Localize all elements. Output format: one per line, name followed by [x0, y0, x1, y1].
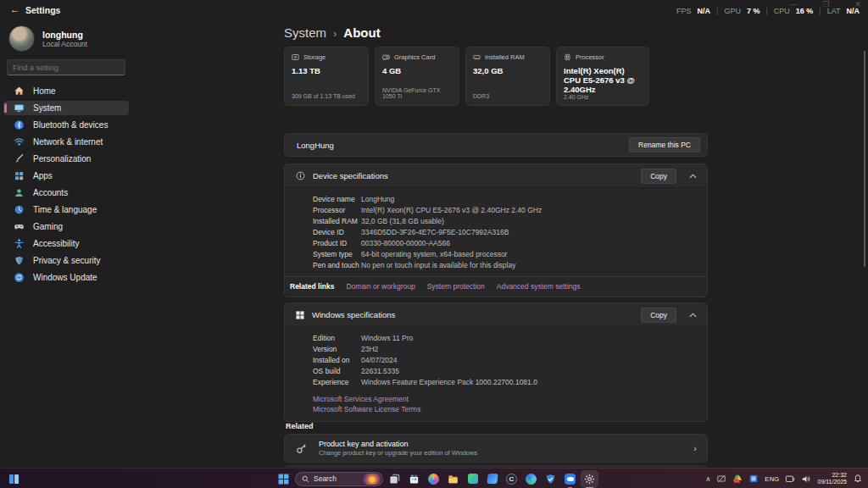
spec-value: 3346D5DD-3F26-4E7C-9F5E-10C7992A316B — [361, 227, 509, 238]
sidebar-item-bluetooth-devices[interactable]: Bluetooth & devices — [3, 118, 129, 132]
rename-pc-button[interactable]: Rename this PC — [629, 137, 700, 152]
sidebar-item-privacy-security[interactable]: Privacy & security — [3, 253, 129, 268]
sidebar-item-personalization[interactable]: Personalization — [3, 152, 129, 166]
gear-icon — [584, 474, 595, 485]
product-key-subtitle: Change product key or upgrade your editi… — [319, 449, 477, 457]
c-app-button[interactable]: C — [504, 471, 520, 487]
card-sub: DDR3 — [473, 93, 542, 99]
accessibility-icon — [14, 238, 25, 249]
drive-sync-icon[interactable] — [732, 474, 743, 484]
chevron-up-icon[interactable] — [689, 174, 697, 179]
taskbar-search-label: Search — [314, 474, 358, 483]
user-name: longhung — [42, 30, 87, 40]
file-explorer-icon — [448, 474, 459, 485]
back-button[interactable]: ← — [10, 4, 19, 14]
cpu-icon — [564, 53, 571, 61]
product-key-row[interactable]: Product key and activation Change produc… — [284, 434, 708, 463]
spec-label: OS build — [313, 366, 361, 377]
storage-icon — [292, 53, 299, 61]
touch-keyboard-icon[interactable] — [785, 474, 795, 484]
sidebar-item-accessibility[interactable]: Accessibility — [3, 236, 129, 251]
taskbar-center: Search C — [275, 469, 598, 488]
windows-specs-header[interactable]: Windows specifications Copy — [285, 303, 707, 327]
spec-value: Windows 11 Pro — [361, 333, 413, 344]
spec-value: Intel(R) Xeon(R) CPU E5-2676 v3 @ 2.40GH… — [361, 205, 542, 216]
sidebar-item-windows-update[interactable]: Windows Update — [3, 270, 129, 285]
windows-specs-links: Microsoft Services Agreement Microsoft S… — [285, 393, 707, 421]
sidebar-item-home[interactable]: Home — [3, 84, 129, 98]
spec-label: Product ID — [313, 238, 361, 249]
settings-search[interactable] — [7, 59, 125, 75]
link-domain-or-workgroup[interactable]: Domain or workgroup — [346, 282, 415, 291]
security-shield-button[interactable] — [542, 471, 559, 487]
link-license-terms[interactable]: Microsoft Software License Terms — [313, 405, 707, 414]
taskbar-search[interactable]: Search — [295, 472, 383, 486]
volume-icon[interactable] — [801, 474, 811, 484]
c-app-icon: C — [506, 474, 517, 485]
tray-chevron-icon[interactable]: ∧ — [705, 475, 710, 483]
copy-device-specs-button[interactable]: Copy — [641, 169, 676, 184]
perf-separator: | — [716, 7, 718, 15]
widgets-button[interactable] — [8, 473, 19, 488]
fps-label: FPS — [676, 7, 692, 15]
sidebar: longhung Local Account Home System Bluet… — [0, 21, 132, 468]
spec-value: No pen or touch input is available for t… — [361, 260, 515, 271]
related-links-row: Related links Domain or workgroup System… — [285, 276, 707, 297]
card-value: 1.13 TB — [292, 66, 361, 75]
clock[interactable]: 22:32 09/11/2025 — [817, 472, 847, 485]
account-type: Local Account — [42, 40, 87, 48]
lat-label: LAT — [827, 7, 841, 15]
bluestacks-icon — [468, 474, 478, 484]
zalo-button[interactable] — [562, 471, 578, 487]
copilot-button[interactable] — [426, 471, 442, 487]
notification-bell-icon[interactable] — [853, 474, 863, 484]
windows-logo-icon — [296, 311, 304, 319]
sidebar-item-label: Apps — [33, 171, 53, 180]
task-view-button[interactable] — [387, 471, 403, 487]
sidebar-item-time-language[interactable]: Time & language — [3, 202, 129, 217]
language-indicator[interactable]: ENG — [765, 475, 779, 483]
brush-icon — [14, 153, 25, 164]
sidebar-item-label: Time & language — [33, 205, 97, 214]
search-input[interactable] — [8, 64, 117, 72]
microsoft-store-button[interactable] — [406, 471, 422, 487]
scrollbar[interactable] — [864, 51, 865, 267]
link-advanced-system-settings[interactable]: Advanced system settings — [497, 282, 581, 291]
copy-windows-specs-button[interactable]: Copy — [641, 308, 676, 323]
sidebar-item-network-internet[interactable]: Network & internet — [3, 135, 129, 149]
user-profile[interactable]: longhung Local Account — [8, 25, 87, 52]
device-specs-header[interactable]: Device specifications Copy — [285, 164, 707, 188]
sidebar-item-apps[interactable]: Apps — [3, 169, 129, 183]
sidebar-item-label: Gaming — [33, 222, 63, 231]
search-highlight-image[interactable] — [362, 474, 381, 485]
blue-tray-icon[interactable] — [748, 474, 759, 484]
apps-icon — [14, 170, 25, 181]
sidebar-item-system[interactable]: System — [3, 101, 129, 115]
start-button[interactable] — [275, 471, 292, 487]
link-system-protection[interactable]: System protection — [427, 282, 485, 291]
sidebar-nav: Home System Bluetooth & devices Network … — [3, 84, 129, 285]
breadcrumb-system[interactable]: System — [284, 25, 326, 40]
accounts-icon — [14, 187, 25, 198]
lat-value: N/A — [847, 7, 860, 15]
sidebar-item-label: Accounts — [33, 188, 68, 197]
windows-specs-rows: EditionWindows 11 Pro Version23H2 Instal… — [285, 327, 707, 393]
sidebar-item-accounts[interactable]: Accounts — [3, 186, 129, 200]
chevron-up-icon[interactable] — [689, 313, 697, 318]
avatar[interactable] — [8, 25, 35, 52]
sidebar-item-label: Personalization — [33, 154, 91, 164]
edge-button[interactable] — [523, 471, 539, 487]
device-specifications-section: Device specifications Copy Device nameLo… — [284, 164, 708, 297]
settings-taskbar-button[interactable] — [581, 471, 598, 487]
section-title: Windows specifications — [312, 310, 395, 319]
sidebar-item-gaming[interactable]: Gaming — [3, 219, 129, 234]
blue-app-button[interactable] — [484, 471, 500, 487]
cpu-value: 16 % — [796, 7, 814, 15]
cpu-label: CPU — [774, 7, 790, 15]
link-services-agreement[interactable]: Microsoft Services Agreement — [313, 395, 707, 404]
sidebar-item-label: Accessibility — [33, 239, 79, 248]
breadcrumb: System › About — [284, 25, 381, 40]
bluestacks-button[interactable] — [465, 471, 481, 487]
file-explorer-button[interactable] — [445, 471, 461, 487]
hidden-display-icon[interactable] — [716, 474, 726, 484]
